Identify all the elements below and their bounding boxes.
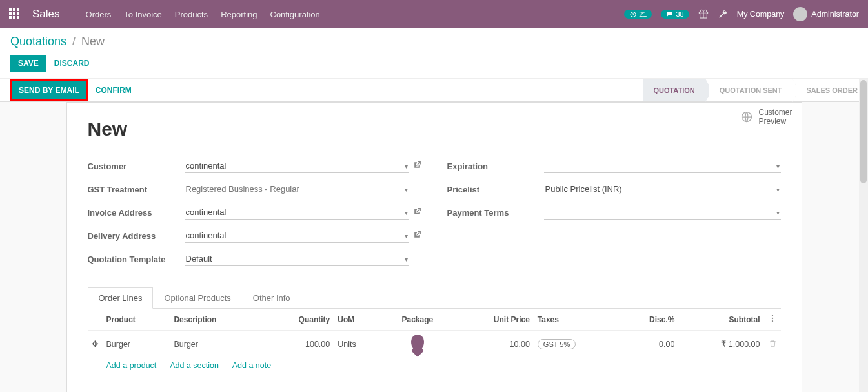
customer-field[interactable] (185, 159, 409, 173)
package-pin-icon[interactable] (411, 335, 424, 351)
menu-reporting[interactable]: Reporting (221, 10, 257, 19)
form-right-col: Expiration ▾ Pricelist ▾ (447, 157, 781, 273)
svg-point-2 (771, 315, 772, 316)
menu-orders[interactable]: Orders (86, 10, 112, 19)
menu-products[interactable]: Products (175, 10, 208, 19)
col-description: Description (170, 309, 262, 331)
step-quotation[interactable]: QUOTATION (643, 79, 705, 101)
chat-icon (666, 10, 674, 18)
wrench-icon[interactable] (718, 9, 728, 19)
cell-qty[interactable]: 100.00 (262, 331, 334, 358)
delivery-address-field[interactable] (185, 229, 409, 243)
cell-uom[interactable]: Units (334, 331, 381, 358)
order-lines-table: Product Description Quantity UoM Package… (88, 309, 781, 374)
label-delivery-addr: Delivery Address (88, 231, 185, 241)
cell-description[interactable]: Burger (170, 331, 262, 358)
step-quotation-sent[interactable]: QUOTATION SENT (709, 79, 792, 101)
col-quantity: Quantity (262, 309, 334, 331)
timer-badge[interactable]: 21 (624, 10, 652, 19)
col-subtotal: Subtotal (678, 309, 763, 331)
breadcrumb-current: New (81, 35, 105, 48)
gift-icon[interactable] (698, 9, 709, 19)
invoice-address-field[interactable] (185, 205, 409, 220)
payment-terms-field[interactable] (544, 205, 781, 220)
svg-point-4 (771, 320, 772, 322)
chat-badge[interactable]: 38 (661, 10, 689, 19)
status-steps: QUOTATION QUOTATION SENT SALES ORDER (643, 79, 868, 101)
cell-disc[interactable]: 0.00 (618, 331, 678, 358)
highlight-send-email: SEND BY EMAIL (10, 79, 88, 101)
svg-point-3 (771, 318, 772, 319)
add-product-link[interactable]: Add a product (106, 361, 157, 370)
cell-product[interactable]: Burger (103, 331, 170, 358)
external-link-icon (413, 161, 421, 169)
tax-chip[interactable]: GST 5% (538, 339, 576, 349)
customer-preview-button[interactable]: CustomerPreview (731, 103, 801, 132)
expiration-field[interactable] (544, 159, 781, 173)
label-invoice-addr: Invoice Address (88, 208, 185, 218)
trash-icon[interactable] (769, 339, 777, 347)
gst-treatment-field[interactable] (185, 182, 409, 196)
label-expiration: Expiration (447, 161, 544, 171)
tab-other-info[interactable]: Other Info (242, 287, 301, 308)
col-unit-price: Unit Price (453, 309, 533, 331)
top-navbar: Sales Orders To Invoice Products Reporti… (0, 0, 868, 28)
record-title: New (88, 118, 781, 140)
timer-count: 21 (639, 10, 647, 18)
col-uom: UoM (334, 309, 381, 331)
globe-icon (740, 110, 753, 123)
save-button[interactable]: SAVE (10, 55, 46, 72)
form-sheet: CustomerPreview New Customer ▾ (66, 102, 802, 392)
add-links-row: Add a product Add a section Add a note (103, 357, 781, 374)
external-link-invoice[interactable] (413, 207, 421, 218)
user-menu[interactable]: Administrator (793, 7, 859, 21)
add-section-link[interactable]: Add a section (170, 361, 219, 370)
breadcrumb-root[interactable]: Quotations (10, 35, 66, 48)
label-payment-terms: Payment Terms (447, 208, 544, 218)
main-menu: Orders To Invoice Products Reporting Con… (86, 10, 320, 19)
label-template: Quotation Template (88, 254, 185, 264)
avatar-icon (793, 7, 807, 21)
col-taxes: Taxes (534, 309, 618, 331)
external-link-delivery[interactable] (413, 231, 421, 241)
scrollbar-track[interactable] (859, 79, 868, 392)
systray: 21 38 My Company Administrator (624, 7, 859, 21)
tab-optional-products[interactable]: Optional Products (153, 287, 241, 308)
company-name[interactable]: My Company (737, 10, 785, 19)
breadcrumb: Quotations / New (10, 35, 858, 48)
pricelist-field[interactable] (544, 182, 781, 196)
label-customer: Customer (88, 161, 185, 171)
cell-subtotal: ₹ 1,000.00 (678, 331, 763, 358)
scrollbar-thumb[interactable] (860, 80, 867, 183)
menu-to-invoice[interactable]: To Invoice (124, 10, 162, 19)
drag-handle-icon[interactable]: ✥ (88, 331, 103, 358)
apps-icon[interactable] (9, 8, 21, 20)
add-note-link[interactable]: Add a note (232, 361, 271, 370)
external-link-icon (413, 207, 421, 216)
menu-configuration[interactable]: Configuration (270, 10, 320, 19)
form-left-col: Customer ▾ GST Treatment ▾ (88, 157, 421, 273)
form-sheet-wrap: CustomerPreview New Customer ▾ (0, 102, 868, 392)
kebab-icon[interactable] (768, 314, 777, 323)
external-link-icon (413, 231, 421, 239)
chat-count: 38 (676, 10, 683, 18)
customer-preview-label: CustomerPreview (758, 108, 792, 127)
statusbar: SEND BY EMAIL CONFIRM QUOTATION QUOTATIO… (0, 79, 868, 102)
breadcrumb-sep: / (72, 35, 76, 48)
external-link-customer[interactable] (413, 161, 421, 171)
send-by-email-button[interactable]: SEND BY EMAIL (12, 81, 86, 99)
cell-taxes[interactable]: GST 5% (534, 331, 618, 358)
col-disc: Disc.% (618, 309, 678, 331)
table-row[interactable]: ✥ Burger Burger 100.00 Units 10.00 GST 5… (88, 331, 781, 358)
label-pricelist: Pricelist (447, 185, 544, 194)
col-product: Product (103, 309, 170, 331)
tab-order-lines[interactable]: Order Lines (88, 287, 154, 309)
cell-package[interactable] (381, 331, 453, 358)
step-sales-order[interactable]: SALES ORDER (796, 79, 868, 101)
cell-unit-price[interactable]: 10.00 (453, 331, 533, 358)
confirm-button[interactable]: CONFIRM (96, 86, 132, 95)
app-brand[interactable]: Sales (32, 8, 60, 21)
quotation-template-field[interactable] (185, 252, 409, 266)
control-panel: Quotations / New SAVE DISCARD (0, 28, 868, 79)
discard-button[interactable]: DISCARD (54, 59, 90, 68)
